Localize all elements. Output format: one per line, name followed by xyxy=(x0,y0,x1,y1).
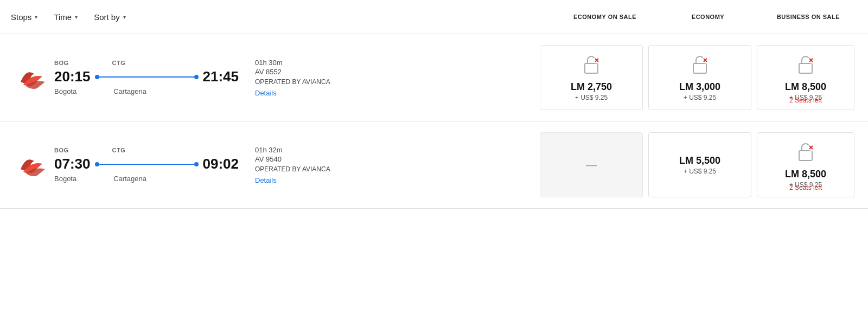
price-cells: LM 2,750+ US$ 9.25 LM 3,000+ US$ 9.25 LM… xyxy=(537,45,857,110)
time-chevron: ▾ xyxy=(75,14,78,20)
flights-list: BOG CTG 20:15 21:45 Bogota Cartagena 01h… xyxy=(0,34,868,209)
price-cell[interactable]: LM 5,500+ US$ 9.25 xyxy=(648,132,751,197)
flight-row-2: BOG CTG 07:30 09:02 Bogota Cartagena 01h… xyxy=(0,121,868,209)
price-miles: LM 5,500 xyxy=(679,155,720,166)
price-miles: LM 8,500 xyxy=(785,81,826,93)
stops-filter[interactable]: Stops ▾ xyxy=(11,12,37,22)
arrival-time: 21:45 xyxy=(203,68,239,85)
arr-dot xyxy=(194,75,199,79)
seats-left-badge: 2 Seats left xyxy=(757,184,854,191)
price-cell[interactable]: LM 8,500+ US$ 9.252 Seats left xyxy=(757,132,854,197)
col-header-economy: ECONOMY xyxy=(656,14,760,20)
airline-logo xyxy=(11,132,54,197)
price-cell[interactable]: LM 3,000+ US$ 9.25 xyxy=(648,45,751,110)
flight-duration: 01h 32m xyxy=(255,146,537,154)
departure-time: 20:15 xyxy=(54,68,91,85)
dep-city: Bogota xyxy=(54,175,76,183)
dep-city: Bogota xyxy=(54,87,76,95)
time-filter[interactable]: Time ▾ xyxy=(54,12,78,22)
price-cell[interactable]: — xyxy=(540,132,643,197)
svg-rect-12 xyxy=(799,151,812,160)
arr-city: Cartagena xyxy=(113,87,146,95)
airline-logo xyxy=(11,45,54,110)
filter-bar: Stops ▾ Time ▾ Sort by ▾ ECONOMY ON SALE… xyxy=(0,0,868,34)
arr-city: Cartagena xyxy=(113,175,146,183)
seats-left-badge: 2 Seats left xyxy=(757,97,854,104)
lock-icon xyxy=(795,141,816,164)
flight-details: 01h 30m AV 8552 OPERATED BY AVIANCA Deta… xyxy=(239,45,537,110)
operated-by: OPERATED BY AVIANCA xyxy=(255,165,537,173)
flight-duration: 01h 30m xyxy=(255,59,537,67)
unavailable-dash: — xyxy=(586,159,597,171)
price-miles: LM 8,500 xyxy=(785,169,826,180)
lock-icon xyxy=(795,54,816,77)
airport-codes: BOG CTG xyxy=(54,147,239,153)
svg-rect-4 xyxy=(693,63,706,73)
price-cell[interactable]: LM 8,500+ US$ 9.252 Seats left xyxy=(757,45,854,110)
route-line xyxy=(99,164,194,165)
sort-chevron: ▾ xyxy=(123,14,126,20)
times-row: 20:15 21:45 xyxy=(54,68,239,85)
flight-line xyxy=(95,162,199,166)
stops-label: Stops xyxy=(11,12,31,22)
stops-chevron: ▾ xyxy=(35,14,37,20)
operated-by: OPERATED BY AVIANCA xyxy=(255,78,537,86)
lock-icon xyxy=(689,54,711,77)
price-fee: + US$ 9.25 xyxy=(575,94,608,101)
svg-rect-8 xyxy=(799,63,812,73)
price-cells: — LM 5,500+ US$ 9.25 LM 8,500+ US$ 9.252… xyxy=(537,132,857,197)
airport-codes: BOG CTG xyxy=(54,60,239,66)
time-label: Time xyxy=(54,12,72,22)
price-miles: LM 2,750 xyxy=(571,81,612,93)
arr-airport: CTG xyxy=(112,147,126,153)
flight-times: BOG CTG 20:15 21:45 Bogota Cartagena xyxy=(54,45,239,110)
price-cell[interactable]: LM 2,750+ US$ 9.25 xyxy=(540,45,643,110)
flight-number: AV 9540 xyxy=(255,155,537,163)
dep-airport: BOG xyxy=(54,60,69,66)
price-fee: + US$ 9.25 xyxy=(684,94,716,101)
city-names: Bogota Cartagena xyxy=(54,175,239,183)
lock-icon xyxy=(580,54,602,77)
dep-dot xyxy=(95,162,99,166)
sort-filter[interactable]: Sort by ▾ xyxy=(94,12,126,22)
times-row: 07:30 09:02 xyxy=(54,156,239,172)
flight-details: 01h 32m AV 9540 OPERATED BY AVIANCA Deta… xyxy=(239,132,537,197)
col-header-economy-sale: ECONOMY ON SALE xyxy=(553,14,656,20)
dep-dot xyxy=(95,75,99,79)
dep-airport: BOG xyxy=(54,147,69,153)
sort-label: Sort by xyxy=(94,12,120,22)
column-headers: ECONOMY ON SALE ECONOMY BUSINESS ON SALE xyxy=(553,14,857,20)
arr-airport: CTG xyxy=(112,60,126,66)
flight-line xyxy=(95,75,199,79)
price-miles: LM 3,000 xyxy=(679,81,720,93)
details-link[interactable]: Details xyxy=(255,89,537,97)
svg-rect-0 xyxy=(585,63,598,73)
price-fee: + US$ 9.25 xyxy=(684,168,716,175)
col-header-business-sale: BUSINESS ON SALE xyxy=(760,14,857,20)
departure-time: 07:30 xyxy=(54,156,91,172)
flight-row-1: BOG CTG 20:15 21:45 Bogota Cartagena 01h… xyxy=(0,34,868,121)
route-line xyxy=(99,76,194,78)
details-link[interactable]: Details xyxy=(255,176,537,184)
flight-times: BOG CTG 07:30 09:02 Bogota Cartagena xyxy=(54,132,239,197)
flight-number: AV 8552 xyxy=(255,68,537,76)
arrival-time: 09:02 xyxy=(203,156,239,172)
city-names: Bogota Cartagena xyxy=(54,87,239,95)
arr-dot xyxy=(194,162,199,166)
